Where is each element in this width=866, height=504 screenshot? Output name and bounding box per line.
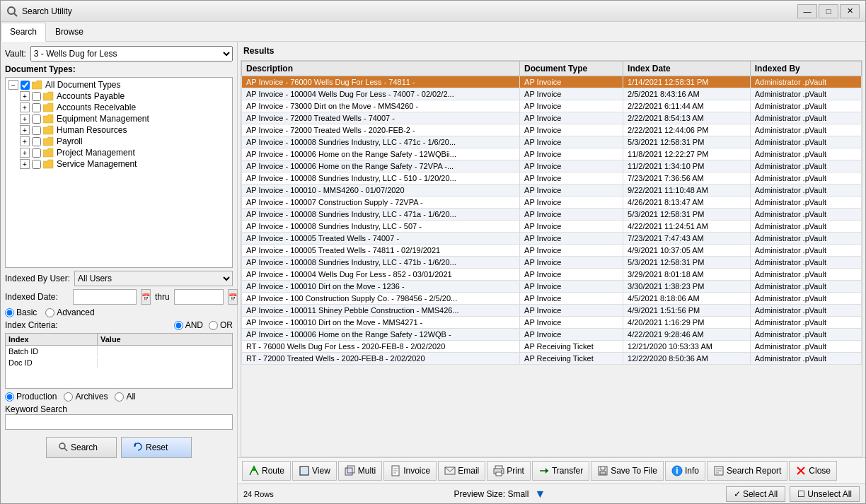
tree-checkbox-payroll[interactable] <box>32 137 41 146</box>
indexed-date-to[interactable] <box>174 289 224 305</box>
index-cell-1-value[interactable] <box>98 358 232 368</box>
tree-item-ap[interactable]: + Accounts Payable <box>7 90 231 102</box>
multi-button[interactable]: Multi <box>338 461 382 481</box>
save-to-file-button[interactable]: Save To File <box>591 461 664 481</box>
all-radio-label[interactable]: All <box>115 392 135 402</box>
minimize-button[interactable]: — <box>797 4 817 18</box>
transfer-button[interactable]: Transfer <box>532 461 589 481</box>
keyword-input[interactable] <box>5 414 233 430</box>
index-table-body[interactable]: Batch ID Doc ID <box>6 346 232 388</box>
index-row-0[interactable]: Batch ID <box>6 346 232 357</box>
tree-item-hr[interactable]: + Human Resources <box>7 124 231 136</box>
tree-expander-payroll[interactable]: + <box>20 136 30 146</box>
view-button[interactable]: View <box>292 461 337 481</box>
invoice-button[interactable]: Invoice <box>383 461 437 481</box>
reset-button[interactable]: Reset <box>121 437 192 458</box>
document-types-tree[interactable]: − All Document Types + Accounts Payable <box>5 77 233 268</box>
email-button[interactable]: Email <box>438 461 485 481</box>
vault-select[interactable]: 3 - Wells Dug for Less 1 - Default Vault… <box>30 46 233 61</box>
tree-item-pm[interactable]: + Project Management <box>7 147 231 158</box>
table-row[interactable]: AP Invoice - 100008 Sundries Industry, L… <box>242 257 862 269</box>
table-row[interactable]: RT - 72000 Treated Wells - 2020-FEB-8 - … <box>242 353 862 365</box>
tree-item-all[interactable]: − All Document Types <box>7 79 231 90</box>
tree-checkbox-ap[interactable] <box>32 92 41 101</box>
tree-expander-all[interactable]: − <box>8 80 18 90</box>
table-row[interactable]: AP Invoice - 100006 Home on the Range Sa… <box>242 148 862 160</box>
tree-item-payroll[interactable]: + Payroll <box>7 136 231 147</box>
archives-radio-label[interactable]: Archives <box>64 392 108 402</box>
table-row[interactable]: AP Invoice - 100004 Wells Dug For Less -… <box>242 269 862 281</box>
table-row[interactable]: AP Invoice - 100010 Dirt on the Move - 1… <box>242 281 862 293</box>
tree-checkbox-sm[interactable] <box>32 160 41 169</box>
tree-expander-pm[interactable]: + <box>20 148 30 158</box>
table-row[interactable]: AP Invoice - 100 Construction Supply Co.… <box>242 293 862 305</box>
cell-description: AP Invoice - 100008 Sundries Industry, L… <box>242 221 520 233</box>
close-window-button[interactable]: ✕ <box>840 4 860 18</box>
tree-item-sm[interactable]: + Service Management <box>7 158 231 170</box>
or-radio[interactable] <box>209 321 218 330</box>
index-row-1[interactable]: Doc ID <box>6 357 232 368</box>
title-bar-left: Search Utility <box>6 6 72 17</box>
or-radio-label[interactable]: OR <box>209 320 233 330</box>
date-to-picker-button[interactable]: 📅 <box>228 289 238 305</box>
archives-radio[interactable] <box>64 392 73 402</box>
close-button[interactable]: Close <box>789 461 837 481</box>
table-row[interactable]: AP Invoice - 100010 Dirt on the Move - M… <box>242 317 862 329</box>
results-table-container[interactable]: Description Document Type Index Date Ind… <box>241 60 862 457</box>
tab-search[interactable]: Search <box>1 23 46 42</box>
search-report-button[interactable]: Search Report <box>707 461 787 481</box>
print-button[interactable]: Print <box>487 461 531 481</box>
table-row[interactable]: AP Invoice - 100004 Wells Dug For Less -… <box>242 88 862 100</box>
table-row[interactable]: AP Invoice - 100011 Shiney Pebble Constr… <box>242 305 862 317</box>
table-row[interactable]: AP Invoice - 100008 Sundries Industry, L… <box>242 136 862 148</box>
indexed-date-from[interactable] <box>73 289 137 305</box>
tree-checkbox-pm[interactable] <box>32 148 41 158</box>
tree-item-ar[interactable]: + Accounts Receivable <box>7 102 231 113</box>
table-row[interactable]: AP Invoice - 100006 Home on the Range Sa… <box>242 329 862 341</box>
tree-expander-ar[interactable]: + <box>20 102 30 112</box>
tree-checkbox-hr[interactable] <box>32 126 41 135</box>
tree-item-em[interactable]: + Equipment Management <box>7 113 231 124</box>
table-row[interactable]: RT - 76000 Wells Dug For Less - 2020-FEB… <box>242 341 862 353</box>
info-button[interactable]: i Info <box>665 461 705 481</box>
date-from-picker-button[interactable]: 📅 <box>141 289 151 305</box>
table-row[interactable]: AP Invoice - 100008 Sundries Industry, L… <box>242 172 862 184</box>
advanced-radio-label[interactable]: Advanced <box>45 307 94 317</box>
tree-expander-em[interactable]: + <box>20 114 30 124</box>
select-all-button[interactable]: ✓ Select All <box>726 486 785 502</box>
tree-expander-hr[interactable]: + <box>20 125 30 135</box>
production-radio[interactable] <box>5 392 14 402</box>
production-radio-label[interactable]: Production <box>5 392 57 402</box>
tab-browse[interactable]: Browse <box>46 22 93 41</box>
maximize-button[interactable]: □ <box>819 4 838 18</box>
basic-radio[interactable] <box>5 308 14 317</box>
table-row[interactable]: AP Invoice - 100008 Sundries Industry, L… <box>242 209 862 221</box>
table-row[interactable]: AP Invoice - 100005 Treated Wells - 7481… <box>242 245 862 257</box>
index-cell-0-value[interactable] <box>98 346 232 356</box>
unselect-all-button[interactable]: ☐ Unselect All <box>790 486 860 502</box>
tree-checkbox-all[interactable] <box>21 81 30 90</box>
advanced-radio[interactable] <box>45 308 54 317</box>
tree-expander-sm[interactable]: + <box>20 159 30 169</box>
table-row[interactable]: AP Invoice - 100010 - MMS4260 - 01/07/20… <box>242 184 862 197</box>
and-label: AND <box>185 320 203 330</box>
table-row[interactable]: AP Invoice - 76000 Wells Dug For Less - … <box>242 76 862 88</box>
table-row[interactable]: AP Invoice - 72000 Treated Wells - 74007… <box>242 112 862 124</box>
table-row[interactable]: AP Invoice - 72000 Treated Wells - 2020-… <box>242 124 862 136</box>
table-row[interactable]: AP Invoice - 100007 Construction Supply … <box>242 197 862 209</box>
table-row[interactable]: AP Invoice - 100006 Home on the Range Sa… <box>242 160 862 172</box>
preview-arrow-icon[interactable]: ▼ <box>534 488 545 500</box>
and-radio-label[interactable]: AND <box>174 320 203 330</box>
tree-checkbox-em[interactable] <box>32 115 41 124</box>
search-button[interactable]: Search <box>46 437 117 458</box>
table-row[interactable]: AP Invoice - 73000 Dirt on the Move - MM… <box>242 100 862 112</box>
all-radio[interactable] <box>115 392 124 402</box>
tree-checkbox-ar[interactable] <box>32 103 41 112</box>
and-radio[interactable] <box>174 321 183 330</box>
table-row[interactable]: AP Invoice - 100005 Treated Wells - 7400… <box>242 233 862 245</box>
table-row[interactable]: AP Invoice - 100008 Sundries Industry, L… <box>242 221 862 233</box>
tree-expander-ap[interactable]: + <box>20 91 30 101</box>
route-button[interactable]: Route <box>242 461 291 481</box>
basic-radio-label[interactable]: Basic <box>5 307 37 317</box>
indexed-by-select[interactable]: All Users Administrator <box>74 271 233 286</box>
